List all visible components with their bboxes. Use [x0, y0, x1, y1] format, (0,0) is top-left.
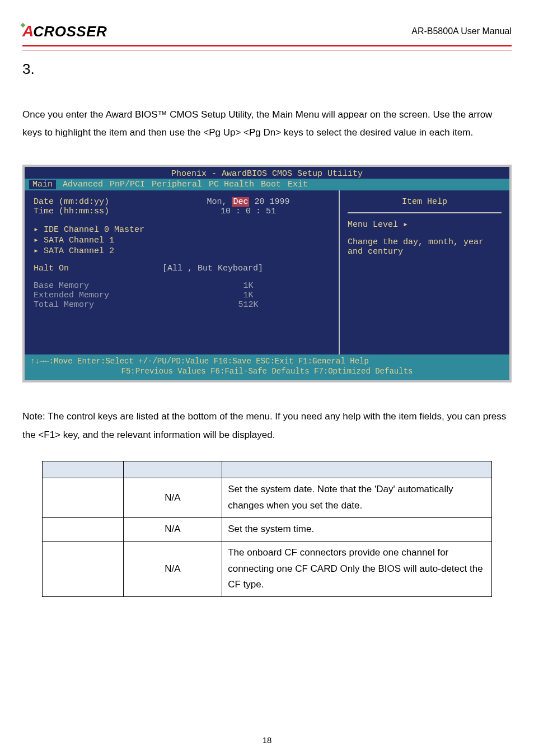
- page-header: A CROSSER AR-B5800A User Manual: [22, 22, 512, 45]
- bios-totalmem-value: 512K: [162, 300, 334, 310]
- bios-date-prefix: Mon,: [207, 197, 232, 207]
- bios-time-label: Time (hh:mm:ss): [34, 207, 162, 216]
- bios-menu-peripheral[interactable]: Peripheral: [152, 180, 202, 189]
- bios-screenshot: Phoenix - AwardBIOS CMOS Setup Utility M…: [22, 165, 512, 383]
- bios-help-pane: Item Help Menu Level ▸ Change the day, m…: [340, 190, 509, 354]
- bios-help-title: Item Help: [348, 197, 502, 207]
- bios-basemem-value: 1K: [162, 281, 334, 291]
- bios-menu-exit[interactable]: Exit: [288, 180, 308, 189]
- section-number: 3.: [22, 60, 512, 78]
- table-header-1: [42, 461, 123, 478]
- table-header-2: [123, 461, 222, 478]
- table-cell-item: [42, 541, 123, 597]
- logo-mark: A: [22, 22, 33, 40]
- bios-extmem-label: Extended Memory: [34, 291, 162, 300]
- bios-extmem-value: 1K: [162, 291, 334, 300]
- bios-menu-main[interactable]: Main: [29, 180, 56, 189]
- table-row: N/A Set the system time.: [42, 517, 491, 541]
- table-cell-item: [42, 517, 123, 541]
- table-cell-option: N/A: [123, 517, 222, 541]
- note-paragraph: Note: The control keys are listed at the…: [22, 408, 512, 444]
- bios-ide0[interactable]: IDE Channel 0 Master: [34, 224, 334, 235]
- bios-menu-pnppci[interactable]: PnP/PCI: [110, 180, 145, 189]
- table-row: N/A The onboard CF connectors provide on…: [42, 541, 491, 597]
- parameters-table: N/A Set the system date. Note that the '…: [42, 461, 492, 597]
- bios-halt-value[interactable]: [All , But Keyboard]: [162, 264, 334, 273]
- bios-date-value[interactable]: Mon, Dec 20 1999: [162, 197, 334, 207]
- table-cell-desc: Set the system time.: [222, 517, 492, 541]
- table-cell-item: [42, 478, 123, 517]
- divider-thick: [22, 45, 512, 46]
- bios-menu-boot[interactable]: Boot: [261, 180, 281, 189]
- doc-title: AR-B5800A User Manual: [411, 26, 512, 36]
- bios-date-label: Date (mm:dd:yy): [34, 197, 162, 207]
- bios-left-pane: Date (mm:dd:yy) Mon, Dec 20 1999 Time (h…: [25, 190, 340, 354]
- table-cell-option: N/A: [123, 541, 222, 597]
- bios-sata2[interactable]: SATA Channel 2: [34, 245, 334, 256]
- table-header-row: [42, 461, 491, 478]
- bios-title: Phoenix - AwardBIOS CMOS Setup Utility: [25, 167, 509, 179]
- table-row: N/A Set the system date. Note that the '…: [42, 478, 491, 517]
- bios-menubar: Main Advanced PnP/PCI Peripheral PC Heal…: [25, 179, 509, 190]
- bios-help-level: Menu Level ▸: [348, 219, 502, 230]
- table-cell-desc: Set the system date. Note that the 'Day'…: [222, 478, 492, 517]
- bios-footer-line1: ↑↓→←:Move Enter:Select +/-/PU/PD:Value F…: [30, 356, 504, 367]
- logo: A CROSSER: [22, 22, 107, 40]
- bios-basemem-label: Base Memory: [34, 281, 162, 291]
- table-header-3: [222, 461, 492, 478]
- bios-menu-pchealth[interactable]: PC Health: [209, 180, 254, 189]
- table-cell-option: N/A: [123, 478, 222, 517]
- page-number: 18: [0, 735, 534, 745]
- logo-text: CROSSER: [33, 23, 107, 40]
- bios-footer-line2: F5:Previous Values F6:Fail-Safe Defaults…: [30, 366, 504, 377]
- bios-menu-advanced[interactable]: Advanced: [63, 180, 103, 189]
- bios-totalmem-label: Total Memory: [34, 300, 162, 310]
- bios-halt-label: Halt On: [34, 264, 162, 273]
- divider-thin: [22, 50, 512, 50]
- bios-sata1[interactable]: SATA Channel 1: [34, 235, 334, 245]
- table-cell-desc: The onboard CF connectors provide one ch…: [222, 541, 492, 597]
- bios-time-value[interactable]: 10 : 0 : 51: [162, 207, 334, 216]
- bios-help-body: Change the day, month, year and century: [348, 237, 502, 256]
- bios-date-selected[interactable]: Dec: [232, 197, 249, 207]
- bios-footer: ↑↓→←:Move Enter:Select +/-/PU/PD:Value F…: [25, 354, 509, 381]
- bios-date-suffix: 20 1999: [249, 197, 289, 207]
- intro-paragraph: Once you enter the Award BIOS™ CMOS Setu…: [22, 106, 512, 142]
